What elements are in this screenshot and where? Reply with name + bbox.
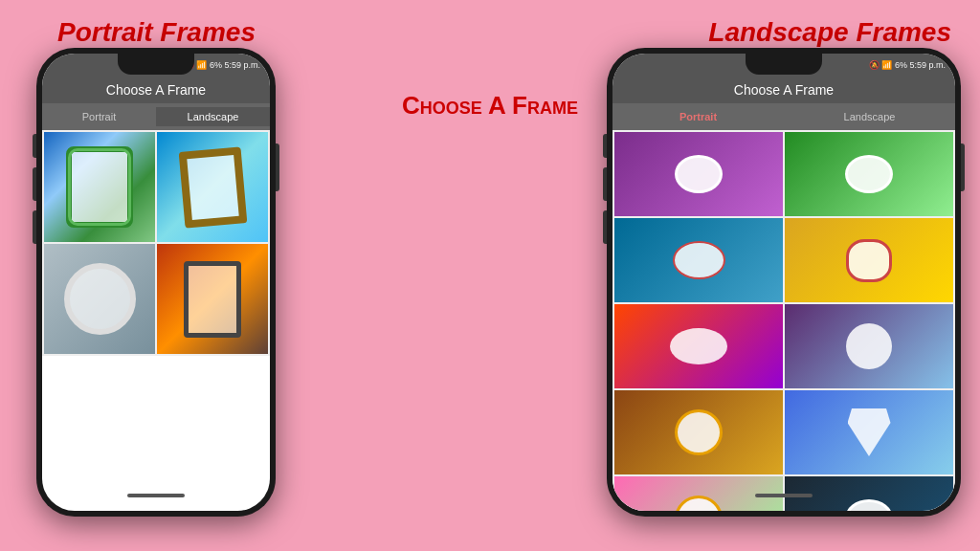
ls-frame-item-2[interactable] bbox=[785, 132, 953, 216]
frame-item-4[interactable] bbox=[157, 244, 268, 354]
portrait-tab[interactable]: Portrait bbox=[42, 107, 156, 126]
ls-tab-bar[interactable]: Portrait Landscape bbox=[612, 103, 955, 130]
ls-frame-item-4[interactable] bbox=[785, 218, 953, 302]
ls-frame-item-1[interactable] bbox=[614, 132, 783, 216]
ls-frame-item-8[interactable] bbox=[785, 390, 953, 474]
shield-frame bbox=[848, 408, 891, 456]
oval-white-frame-3 bbox=[845, 499, 893, 511]
portrait-phone-screen: 🔕 📶 6% 5:59 p.m. Choose A Frame Portrait… bbox=[42, 54, 270, 511]
ls-status-text: 🔕 📶 6% 5:59 p.m. bbox=[869, 60, 946, 70]
frame-item-2[interactable] bbox=[157, 132, 268, 242]
green-ornate-frame bbox=[66, 146, 133, 228]
bubble-frame bbox=[673, 241, 725, 279]
notch-ls bbox=[746, 54, 822, 75]
oval-white-frame-2 bbox=[845, 155, 893, 193]
app-header: Choose A Frame bbox=[42, 77, 270, 103]
ls-portrait-tab[interactable]: Portrait bbox=[612, 107, 784, 126]
ls-frames-grid bbox=[612, 130, 955, 511]
speech-frame bbox=[670, 328, 727, 364]
bottom-bar bbox=[127, 494, 185, 497]
landscape-frames-label: Landscape Frames bbox=[708, 17, 951, 48]
landscape-phone-screen: 🔕 📶 6% 5:59 p.m. Choose A Frame Portrait… bbox=[612, 54, 955, 511]
ls-frame-item-6[interactable] bbox=[785, 304, 953, 388]
status-text: 🔕 📶 6% 5:59 p.m. bbox=[184, 60, 260, 70]
ls-frame-item-5[interactable] bbox=[614, 304, 783, 388]
portrait-frames-label: Portrait Frames bbox=[57, 17, 256, 48]
ls-landscape-tab[interactable]: Landscape bbox=[784, 107, 955, 126]
bamboo-frame bbox=[178, 146, 247, 228]
ls-bottom-bar bbox=[755, 494, 813, 497]
tab-bar[interactable]: Portrait Landscape bbox=[42, 103, 270, 130]
circle-ls-frame bbox=[846, 323, 892, 369]
flower-outline-frame bbox=[846, 239, 892, 282]
frame-item-1[interactable] bbox=[44, 132, 155, 242]
daisy-frame bbox=[675, 409, 723, 455]
ls-app-header: Choose A Frame bbox=[612, 77, 955, 103]
oval-white-frame bbox=[675, 155, 723, 193]
frame-item-3[interactable] bbox=[44, 244, 155, 354]
landscape-tab[interactable]: Landscape bbox=[156, 107, 270, 126]
ls-frame-item-3[interactable] bbox=[614, 218, 783, 302]
portrait-phone: 🔕 📶 6% 5:59 p.m. Choose A Frame Portrait… bbox=[36, 48, 276, 517]
frames-grid bbox=[42, 130, 270, 356]
daisy-frame-2 bbox=[675, 496, 723, 511]
notch bbox=[118, 54, 194, 75]
landscape-phone: 🔕 📶 6% 5:59 p.m. Choose A Frame Portrait… bbox=[607, 48, 961, 517]
ls-frame-item-7[interactable] bbox=[614, 390, 783, 474]
dark-portrait-frame bbox=[184, 261, 241, 338]
circle-frame bbox=[64, 263, 136, 335]
center-title: Choose A Frame bbox=[402, 91, 578, 121]
